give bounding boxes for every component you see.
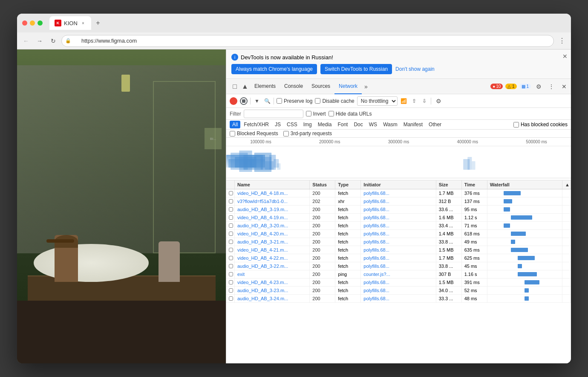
switch-language-button[interactable]: Switch DevTools to Russian [320,64,392,74]
type-btn-ws[interactable]: WS [366,121,380,128]
row-name[interactable]: v3?flowId=f51a7db1-0... [235,197,310,205]
browser-tab[interactable]: K KION × [49,16,91,30]
row-checkbox[interactable] [226,230,235,238]
upload-icon[interactable]: ⇧ [410,97,418,105]
table-row[interactable]: video_HD_AB_4-18.m... 200 fetch polyfill… [226,189,571,197]
network-settings-icon[interactable]: ⚙ [434,96,444,106]
row-initiator[interactable]: polyfills.68... [361,287,436,294]
has-blocked-cookies-input[interactable] [513,122,519,128]
th-status[interactable]: Status [310,180,335,189]
hide-data-urls-checkbox[interactable]: Hide data URLs [329,111,372,117]
invert-input[interactable] [306,111,311,116]
row-name[interactable]: video_HD_AB_4-19.m... [235,214,310,221]
preserve-log-input[interactable] [277,98,282,104]
more-tabs-button[interactable]: » [362,83,370,90]
type-btn-manifest[interactable]: Manifest [401,121,425,128]
row-name[interactable]: audio_HD_AB_3-24.m... [235,295,310,302]
third-party-input[interactable] [283,131,289,136]
row-initiator[interactable]: polyfills.68... [361,278,436,286]
row-name[interactable]: audio_HD_AB_3-21.m... [235,238,310,246]
stop-recording-button[interactable] [240,97,248,105]
settings-icon[interactable]: ⚙ [533,81,544,92]
th-sort[interactable]: ▲ [562,180,571,189]
wifi-icon[interactable]: 📶 [400,97,408,105]
row-checkbox[interactable] [226,238,235,246]
type-btn-fetch-xhr[interactable]: Fetch/XHR [241,121,271,128]
row-name[interactable]: video_HD_AB_4-23.m... [235,278,310,286]
row-checkbox[interactable] [226,262,235,270]
row-checkbox[interactable] [226,254,235,262]
download-icon[interactable]: ⇩ [421,97,428,105]
forward-button[interactable]: → [34,35,45,46]
table-row[interactable]: video_HD_AB_4-23.m... 200 fetch polyfill… [226,278,571,287]
type-btn-all[interactable]: All [230,121,240,128]
close-button[interactable] [22,20,27,26]
match-language-button[interactable]: Always match Chrome's language [231,64,317,74]
row-name[interactable]: video_HD_AB_4-21.m... [235,246,310,254]
row-checkbox[interactable] [226,206,235,213]
throttle-select[interactable]: No throttling [357,96,398,106]
row-initiator[interactable]: polyfills.68... [361,189,436,197]
row-name[interactable]: video_HD_AB_4-20.m... [235,230,310,238]
back-button[interactable]: ← [20,35,32,46]
tab-close-button[interactable]: × [80,20,86,26]
type-btn-media[interactable]: Media [315,121,334,128]
tab-console[interactable]: Console [280,79,307,94]
tab-elements[interactable]: Elements [250,79,280,94]
table-row[interactable]: video_HD_AB_4-19.m... 200 fetch polyfill… [226,214,571,222]
more-options-button[interactable]: ⋮ [556,35,568,46]
new-tab-button[interactable]: + [93,18,103,28]
row-checkbox[interactable] [226,214,235,221]
refresh-button[interactable]: ↻ [48,35,59,46]
row-initiator[interactable]: polyfills.68... [361,246,436,254]
close-devtools-button[interactable]: ✕ [559,81,569,92]
th-size[interactable]: Size [436,180,462,189]
row-checkbox[interactable] [226,295,235,302]
invert-checkbox[interactable]: Invert [306,111,326,117]
row-initiator[interactable]: polyfills.68... [361,238,436,246]
tab-network[interactable]: Network [334,79,362,94]
blocked-requests-input[interactable] [230,131,235,136]
maximize-button[interactable] [37,20,43,26]
row-initiator[interactable]: polyfills.68... [361,254,436,262]
row-name[interactable]: audio_HD_AB_3-19.m... [235,206,310,213]
table-row[interactable]: video_HD_AB_4-21.m... 200 fetch polyfill… [226,246,571,254]
row-name[interactable]: audio_HD_AB_3-23.m... [235,287,310,294]
disable-cache-checkbox[interactable]: Disable cache [315,98,354,104]
row-checkbox[interactable] [226,270,235,278]
type-btn-wasm[interactable]: Wasm [380,121,400,128]
banner-close-button[interactable]: ✕ [562,53,568,60]
row-name[interactable]: audio_HD_AB_3-20.m... [235,222,310,229]
th-initiator[interactable]: Initiator [361,180,436,189]
table-row[interactable]: audio_HD_AB_3-20.m... 200 fetch polyfill… [226,222,571,230]
table-row[interactable]: v3?flowId=f51a7db1-0... 202 xhr polyfill… [226,197,571,206]
row-checkbox[interactable] [226,278,235,286]
more-options-icon[interactable]: ⋮ [546,81,556,92]
table-row[interactable]: audio_HD_AB_3-19.m... 200 fetch polyfill… [226,206,571,214]
row-initiator[interactable]: polyfills.68... [361,222,436,229]
minimize-button[interactable] [30,20,35,26]
table-row[interactable]: exit 200 ping counter.js?... 307 B 1.16 … [226,270,571,278]
record-button[interactable] [230,97,237,105]
row-name[interactable]: video_HD_AB_4-22.m... [235,254,310,262]
table-row[interactable]: audio_HD_AB_3-24.m... 200 fetch polyfill… [226,295,571,303]
row-name[interactable]: video_HD_AB_4-18.m... [235,189,310,197]
row-name[interactable]: exit [235,270,310,278]
row-initiator[interactable]: counter.js?... [361,270,436,278]
type-btn-css[interactable]: CSS [284,121,300,128]
table-row[interactable]: video_HD_AB_4-20.m... 200 fetch polyfill… [226,230,571,238]
row-checkbox[interactable] [226,246,235,254]
hide-data-urls-input[interactable] [329,111,334,116]
table-row[interactable]: video_HD_AB_4-22.m... 200 fetch polyfill… [226,254,571,262]
row-initiator[interactable]: polyfills.68... [361,230,436,238]
th-time[interactable]: Time [462,180,487,189]
type-btn-font[interactable]: Font [335,121,350,128]
address-input-wrapper[interactable]: 🔒 https://www.figma.com [61,35,554,47]
row-name[interactable]: audio_HD_AB_3-22.m... [235,262,310,270]
dont-show-again-button[interactable]: Don't show again [395,66,435,72]
th-type[interactable]: Type [335,180,361,189]
table-row[interactable]: audio_HD_AB_3-21.m... 200 fetch polyfill… [226,238,571,246]
search-icon[interactable]: 🔍 [263,97,271,105]
row-checkbox[interactable] [226,189,235,197]
row-initiator[interactable]: polyfills.68... [361,197,436,205]
